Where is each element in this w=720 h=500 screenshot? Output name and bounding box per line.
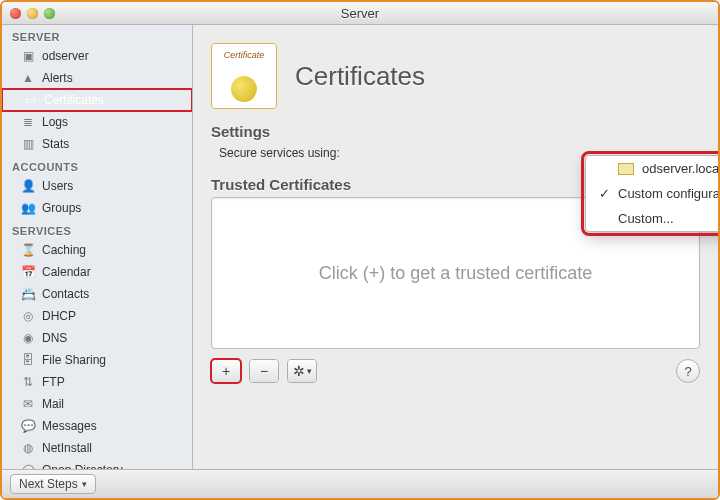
certificates-badge-icon: Certificate (211, 43, 277, 109)
next-steps-label: Next Steps (19, 477, 78, 491)
sidebar-item-caching[interactable]: ⌛Caching (2, 239, 192, 261)
window-title: Server (2, 6, 718, 21)
action-menu-group: ✲ ▾ (287, 359, 317, 383)
chevron-down-icon: ▾ (307, 367, 312, 376)
bottom-bar: Next Steps ▾ (2, 469, 718, 498)
dhcp-icon: ◎ (20, 308, 36, 324)
sidebar-item-stats[interactable]: ▥ Stats (2, 133, 192, 155)
main-pane: Certificate Certificates Settings Secure… (193, 25, 718, 471)
dropdown-option-custom[interactable]: Custom... (586, 206, 720, 231)
sidebar-item-groups[interactable]: 👥 Groups (2, 197, 192, 219)
sidebar-item-dhcp[interactable]: ◎DHCP (2, 305, 192, 327)
sidebar-item-certificates[interactable]: ▭ Certificates (2, 89, 192, 111)
dropdown-option-self-signed[interactable]: odserver.local - Self-signed (586, 156, 720, 181)
sidebar-item-messages[interactable]: 💬Messages (2, 415, 192, 437)
chevron-down-icon: ▾ (82, 479, 87, 489)
sidebar-section-accounts: ACCOUNTS (2, 155, 192, 175)
action-menu-button[interactable]: ✲ ▾ (288, 360, 316, 382)
secure-services-dropdown[interactable]: odserver.local - Self-signed ✓ Custom co… (585, 155, 720, 232)
dropdown-option-label: odserver.local - Self-signed (642, 161, 720, 176)
sidebar-item-label: Alerts (42, 71, 73, 85)
group-icon: 👥 (20, 200, 36, 216)
sidebar-item-ftp[interactable]: ⇅FTP (2, 371, 192, 393)
sidebar-item-logs[interactable]: ≣ Logs (2, 111, 192, 133)
secure-services-label: Secure services using: (219, 146, 340, 160)
sidebar-item-label: NetInstall (42, 441, 92, 455)
checkmark-icon: ✓ (598, 186, 610, 201)
certificate-icon (618, 163, 634, 175)
mail-icon: ✉ (20, 396, 36, 412)
certificates-toolbar: + − ✲ ▾ ? (211, 359, 700, 383)
stats-icon: ▥ (20, 136, 36, 152)
sidebar-item-odserver[interactable]: ▣ odserver (2, 45, 192, 67)
dns-icon: ◉ (20, 330, 36, 346)
sidebar-item-label: Mail (42, 397, 64, 411)
ftp-icon: ⇅ (20, 374, 36, 390)
sidebar-item-label: Contacts (42, 287, 89, 301)
sidebar-item-label: DNS (42, 331, 67, 345)
page-title: Certificates (295, 61, 425, 92)
sidebar-item-dns[interactable]: ◉DNS (2, 327, 192, 349)
app-window: Server SERVER ▣ odserver ▲ Alerts ▭ Cert… (0, 0, 720, 500)
server-icon: ▣ (20, 48, 36, 64)
sidebar-item-netinstall[interactable]: ◍NetInstall (2, 437, 192, 459)
caching-icon: ⌛ (20, 242, 36, 258)
next-steps-button[interactable]: Next Steps ▾ (10, 474, 96, 494)
sidebar-item-users[interactable]: 👤 Users (2, 175, 192, 197)
dropdown-option-custom-config[interactable]: ✓ Custom configuration (586, 181, 720, 206)
remove-button[interactable]: − (250, 360, 278, 382)
sidebar-item-label: File Sharing (42, 353, 106, 367)
help-button[interactable]: ? (676, 359, 700, 383)
sidebar-item-label: FTP (42, 375, 65, 389)
help-icon: ? (684, 364, 691, 379)
netinstall-icon: ◍ (20, 440, 36, 456)
sidebar-item-label: Messages (42, 419, 97, 433)
sidebar-item-filesharing[interactable]: 🗄File Sharing (2, 349, 192, 371)
titlebar: Server (2, 2, 718, 25)
remove-button-group: − (249, 359, 279, 383)
logs-icon: ≣ (20, 114, 36, 130)
sidebar-item-label: Certificates (44, 93, 104, 107)
sidebar-item-label: Stats (42, 137, 69, 151)
add-button-group: + (211, 359, 241, 383)
dropdown-option-label: Custom configuration (618, 186, 720, 201)
sidebar-item-label: DHCP (42, 309, 76, 323)
sidebar-item-label: Groups (42, 201, 81, 215)
sidebar-item-label: Caching (42, 243, 86, 257)
sidebar-item-label: Logs (42, 115, 68, 129)
trusted-certificates-placeholder: Click (+) to get a trusted certificate (319, 263, 593, 284)
certificate-icon: ▭ (22, 92, 38, 108)
sidebar-item-calendar[interactable]: 📅Calendar (2, 261, 192, 283)
contacts-icon: 📇 (20, 286, 36, 302)
sidebar-section-services: SERVICES (2, 219, 192, 239)
calendar-icon: 📅 (20, 264, 36, 280)
dropdown-option-label: Custom... (618, 211, 674, 226)
settings-heading: Settings (211, 123, 700, 140)
sidebar-item-label: odserver (42, 49, 89, 63)
alert-icon: ▲ (20, 70, 36, 86)
sidebar-section-server: SERVER (2, 25, 192, 45)
add-button[interactable]: + (212, 360, 240, 382)
user-icon: 👤 (20, 178, 36, 194)
messages-icon: 💬 (20, 418, 36, 434)
sidebar-item-mail[interactable]: ✉Mail (2, 393, 192, 415)
sidebar-item-alerts[interactable]: ▲ Alerts (2, 67, 192, 89)
sidebar-item-contacts[interactable]: 📇Contacts (2, 283, 192, 305)
gear-icon: ✲ (293, 364, 305, 378)
filesharing-icon: 🗄 (20, 352, 36, 368)
sidebar-item-label: Users (42, 179, 73, 193)
sidebar: SERVER ▣ odserver ▲ Alerts ▭ Certificate… (2, 25, 193, 471)
sidebar-item-label: Calendar (42, 265, 91, 279)
